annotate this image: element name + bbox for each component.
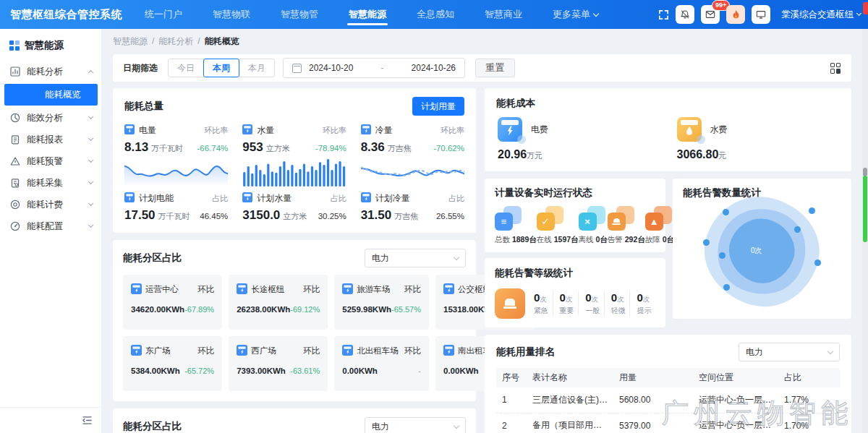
table-row[interactable]: 2备用（项目部用电...5379.00运营中心-负一层夹层1.70% xyxy=(496,413,840,433)
cost-item: 水费3066.80元 xyxy=(661,117,841,161)
tenant-selector[interactable]: 棠溪综合交通枢纽 xyxy=(781,9,861,21)
meter-icon xyxy=(242,124,252,137)
sidebar-item[interactable]: 能效分析 xyxy=(0,107,101,129)
energy-cost-card: 能耗成本 电费20.96万元水费3066.80元 xyxy=(485,88,851,171)
reset-button[interactable]: 重置 xyxy=(475,59,515,77)
water-meter-icon xyxy=(677,117,702,142)
device-status-item: ▲故障 0台 xyxy=(645,206,674,245)
sidebar-menu: 能耗分析能耗概览能效分析能耗报表能耗预警能耗采集能耗计费能耗配置 xyxy=(0,61,101,237)
sidebar-title: 智慧能源 xyxy=(0,29,101,61)
card-title: 能耗告警数量统计 xyxy=(683,187,761,198)
zone-card: 运营中心环比34620.00KWh-67.89% xyxy=(123,275,222,330)
sidebar-item[interactable]: 能耗报表 xyxy=(0,129,101,150)
pie-chart-icon xyxy=(9,113,20,124)
card-title: 能耗告警等级统计 xyxy=(495,267,573,278)
screen-button[interactable] xyxy=(752,5,770,24)
total-energy-card: 能耗总量 计划用量 电量环比率8.13万千瓦时-66.74%计划电能占比17.5… xyxy=(113,88,476,233)
sparkline-chart xyxy=(124,156,228,187)
scrollbar-thumb[interactable] xyxy=(863,176,867,242)
start-date[interactable]: 2024-10-20 xyxy=(309,63,353,73)
top-menu-item[interactable]: 更多菜单 xyxy=(553,0,598,29)
table-header-row: 序号表计名称用量空间位置占比 xyxy=(496,368,840,387)
ranking-table: 序号表计名称用量空间位置占比 1三层通信设备(主)_1...5608.00运营中… xyxy=(496,368,840,433)
ranking-card: 能耗用量排名 电力 序号表计名称用量空间位置占比 1三层通信设备(主)_1...… xyxy=(485,335,851,433)
quick-range-button[interactable]: 本月 xyxy=(239,59,275,77)
tenant-name: 棠溪综合交通枢纽 xyxy=(781,9,854,21)
topbar: 智慧枢纽综合管控系统 统一门户智慧物联智慧物管智慧能源全息感知智慧商业更多菜单 … xyxy=(0,0,868,29)
gauge-icon xyxy=(9,221,20,232)
breadcrumb-current: 能耗概览 xyxy=(205,35,239,48)
table-header-cell: 序号 xyxy=(496,368,527,387)
top-menu-item[interactable]: 统一门户 xyxy=(145,0,182,29)
date-range-picker[interactable]: 2024-10-20 - 2024-10-26 xyxy=(283,58,465,78)
zone-card: 东广场环比5384.00KWh-65.72% xyxy=(123,336,222,391)
energy-type-select[interactable]: 电力 xyxy=(365,249,466,267)
collapse-sidebar-icon[interactable] xyxy=(82,416,93,425)
alarm-level-item: 0次一般 xyxy=(578,291,604,316)
device-fault-icon: ▲ xyxy=(645,206,672,231)
zone-card: 北出租车场环比0.00KWh- xyxy=(334,336,429,391)
meter-icon xyxy=(131,345,142,357)
end-date[interactable]: 2024-10-26 xyxy=(412,63,456,73)
layout-grid-icon[interactable] xyxy=(830,63,841,74)
sidebar: 智慧能源 能耗分析能耗概览能效分析能耗报表能耗预警能耗采集能耗计费能耗配置 xyxy=(0,29,101,433)
sidebar-item[interactable]: 能耗采集 xyxy=(0,172,101,194)
top-menu-item[interactable]: 全息感知 xyxy=(417,0,454,29)
device-online-icon: ✓ xyxy=(537,206,563,231)
top-menu-item[interactable]: 智慧物联 xyxy=(213,0,250,29)
quick-range-group: 今日本周本月 xyxy=(168,59,274,77)
bell-mute-button[interactable] xyxy=(676,5,694,24)
filter-bar: 日期筛选 今日本周本月 2024-10-20 - 2024-10-26 重置 xyxy=(113,54,851,82)
top-menu: 统一门户智慧物联智慧物管智慧能源全息感知智慧商业更多菜单 xyxy=(129,0,613,29)
device-status-item: 告警 292台 xyxy=(608,206,645,245)
mail-button[interactable]: 99+ xyxy=(701,5,720,24)
quick-range-button[interactable]: 今日 xyxy=(168,59,204,77)
sidebar-item[interactable]: 能耗分析 xyxy=(0,61,101,82)
device-status-item: ≡总数 1889台 xyxy=(495,206,537,245)
quick-range-button[interactable]: 本周 xyxy=(203,59,239,77)
card-title: 能耗分区占比 xyxy=(123,420,182,433)
meter-icon xyxy=(237,283,247,296)
alarm-level-item: 0次紧急 xyxy=(534,291,553,316)
main-content: 智慧能源/ 能耗分析/ 能耗概览 日期筛选 今日本周本月 2024-10-20 … xyxy=(101,29,861,433)
meter-icon xyxy=(237,345,247,357)
meter-icon xyxy=(242,192,252,205)
card-title: 能耗用量排名 xyxy=(496,346,555,359)
device-offline-icon: × xyxy=(579,206,605,231)
top-menu-item[interactable]: 智慧能源 xyxy=(349,0,386,29)
fullscreen-icon[interactable] xyxy=(658,9,669,20)
total-metric-column: 电量环比率8.13万千瓦时-66.74%计划电能占比17.50万千瓦时46.45… xyxy=(124,124,228,224)
alarm-count-card: 能耗告警数量统计 0次 xyxy=(673,179,851,319)
meter-icon xyxy=(342,283,353,296)
top-menu-item[interactable]: 智慧物管 xyxy=(281,0,318,29)
module-grid-icon xyxy=(9,40,20,51)
table-header-cell: 空间位置 xyxy=(693,368,778,387)
promo-flame-button[interactable] xyxy=(726,5,745,24)
sidebar-item[interactable]: 能耗预警 xyxy=(0,150,101,172)
energy-type-select[interactable]: 电力 xyxy=(739,343,840,361)
table-row[interactable]: 1三层通信设备(主)_1...5608.00运营中心-负一层夹层1.77% xyxy=(496,387,840,413)
top-menu-item[interactable]: 智慧商业 xyxy=(485,0,522,29)
sparkline-chart xyxy=(361,156,464,187)
table-header-cell: 表计名称 xyxy=(527,368,613,387)
breadcrumb-item[interactable]: 能耗分析 xyxy=(158,35,193,48)
corner-badge xyxy=(863,2,868,14)
table-header-cell: 占比 xyxy=(778,368,840,387)
sidebar-item-active[interactable]: 能耗概览 xyxy=(4,84,98,106)
breadcrumb-item[interactable]: 智慧能源 xyxy=(113,35,148,48)
device-status-item: ✓在线 1597台 xyxy=(537,206,579,245)
energy-type-select[interactable]: 电力 xyxy=(365,417,466,433)
total-metric-column: 冷量环比率8.36万吉焦-70.62%计划冷量占比31.50万吉焦26.55% xyxy=(361,124,464,224)
sidebar-item[interactable]: 能耗配置 xyxy=(0,215,101,237)
billing-icon xyxy=(9,200,20,210)
card-title: 能耗成本 xyxy=(496,97,535,110)
planned-usage-button[interactable]: 计划用量 xyxy=(412,97,464,116)
zone-cards: 运营中心环比34620.00KWh-67.89%长途枢纽环比26238.00KW… xyxy=(123,275,466,391)
sidebar-item[interactable]: 能耗计费 xyxy=(0,194,101,215)
sparkline-chart xyxy=(242,156,346,187)
device-status-item: ×离线 0台 xyxy=(579,206,608,245)
sidebar-footer xyxy=(0,407,101,433)
scrollbar-track[interactable] xyxy=(862,29,868,433)
meter-icon xyxy=(124,124,135,137)
card-title: 计量设备实时运行状态 xyxy=(495,187,592,198)
